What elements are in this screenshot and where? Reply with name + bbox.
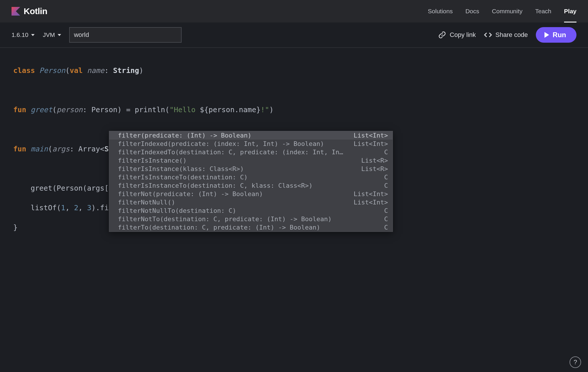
autocomplete-item[interactable]: filterIndexed(predicate: (index: Int, In… — [109, 140, 393, 148]
run-label: Run — [553, 31, 566, 39]
autocomplete-signature: filterNotNull() — [118, 198, 348, 206]
autocomplete-item[interactable]: filterIsInstance()List<R> — [109, 156, 393, 165]
toolbar: 1.6.10 JVM Copy link Share code Run — [0, 22, 588, 48]
program-args-input[interactable] — [69, 27, 182, 43]
copy-link-label: Copy link — [450, 31, 476, 39]
run-button[interactable]: Run — [536, 27, 576, 43]
autocomplete-signature: filterIndexedTo(destination: C, predicat… — [118, 148, 378, 156]
brand-text: Kotlin — [24, 6, 47, 16]
autocomplete-signature: filterNot(predicate: (Int) -> Boolean) — [118, 190, 348, 198]
autocomplete-item[interactable]: filterIsInstance(klass: Class<R>)List<R> — [109, 165, 393, 173]
autocomplete-return-type: C — [384, 181, 388, 190]
autocomplete-signature: filterNotNullTo(destination: C) — [118, 206, 378, 215]
nav-docs[interactable]: Docs — [465, 0, 479, 22]
autocomplete-item[interactable]: filterNot(predicate: (Int) -> Boolean)Li… — [109, 190, 393, 198]
autocomplete-signature: filter(predicate: (Int) -> Boolean) — [118, 131, 348, 140]
autocomplete-return-type: List<R> — [361, 165, 388, 173]
autocomplete-item[interactable]: filterNotNull()List<Int> — [109, 198, 393, 206]
autocomplete-return-type: C — [384, 223, 388, 232]
autocomplete-return-type: List<R> — [361, 156, 388, 165]
autocomplete-return-type: List<Int> — [354, 140, 388, 148]
nav-links: Solutions Docs Community Teach Play — [428, 0, 576, 22]
autocomplete-signature: filterTo(destination: C, predicate: (Int… — [118, 223, 378, 232]
play-icon — [544, 32, 549, 38]
help-label: ? — [574, 358, 577, 366]
code-icon — [484, 31, 492, 39]
autocomplete-return-type: C — [384, 148, 388, 156]
autocomplete-signature: filterIsInstanceTo(destination: C) — [118, 173, 378, 181]
copy-link-button[interactable]: Copy link — [438, 31, 476, 39]
version-dropdown[interactable]: 1.6.10 — [12, 31, 35, 38]
autocomplete-item[interactable]: filterIsInstanceTo(destination: C, klass… — [109, 181, 393, 190]
caret-down-icon — [31, 34, 35, 36]
autocomplete-item[interactable]: filter(predicate: (Int) -> Boolean)List<… — [109, 131, 393, 140]
autocomplete-signature: filterIsInstance() — [118, 156, 355, 165]
share-code-button[interactable]: Share code — [484, 31, 528, 39]
autocomplete-return-type: List<Int> — [354, 198, 388, 206]
topnav: Kotlin Solutions Docs Community Teach Pl… — [0, 0, 588, 22]
autocomplete-signature: filterIsInstanceTo(destination: C, klass… — [118, 181, 378, 190]
autocomplete-item[interactable]: filterNotTo(destination: C, predicate: (… — [109, 215, 393, 223]
autocomplete-item[interactable]: filterIsInstanceTo(destination: C)C — [109, 173, 393, 181]
autocomplete-item[interactable]: filterNotNullTo(destination: C)C — [109, 206, 393, 215]
autocomplete-return-type: C — [384, 215, 388, 223]
caret-down-icon — [58, 34, 61, 36]
autocomplete-return-type: List<Int> — [354, 190, 388, 198]
autocomplete-item[interactable]: filterIndexedTo(destination: C, predicat… — [109, 148, 393, 156]
autocomplete-signature: filterIsInstance(klass: Class<R>) — [118, 165, 355, 173]
target-dropdown[interactable]: JVM — [43, 31, 61, 38]
help-button[interactable]: ? — [570, 356, 581, 368]
autocomplete-return-type: C — [384, 206, 388, 215]
autocomplete-return-type: C — [384, 173, 388, 181]
nav-community[interactable]: Community — [492, 0, 523, 22]
logo[interactable]: Kotlin — [12, 6, 47, 16]
code-editor[interactable]: class Person(val name: String) fun greet… — [0, 48, 588, 272]
autocomplete-item[interactable]: filterTo(destination: C, predicate: (Int… — [109, 223, 393, 232]
nav-play[interactable]: Play — [564, 0, 576, 22]
target-label: JVM — [43, 31, 55, 38]
version-label: 1.6.10 — [12, 31, 28, 38]
link-icon — [438, 31, 446, 39]
nav-solutions[interactable]: Solutions — [428, 0, 453, 22]
autocomplete-signature: filterNotTo(destination: C, predicate: (… — [118, 215, 378, 223]
autocomplete-popup[interactable]: filter(predicate: (Int) -> Boolean)List<… — [109, 131, 393, 232]
kotlin-logo-icon — [12, 7, 20, 16]
share-code-label: Share code — [495, 31, 528, 39]
autocomplete-return-type: List<Int> — [354, 131, 388, 140]
nav-teach[interactable]: Teach — [535, 0, 551, 22]
autocomplete-signature: filterIndexed(predicate: (index: Int, In… — [118, 140, 348, 148]
